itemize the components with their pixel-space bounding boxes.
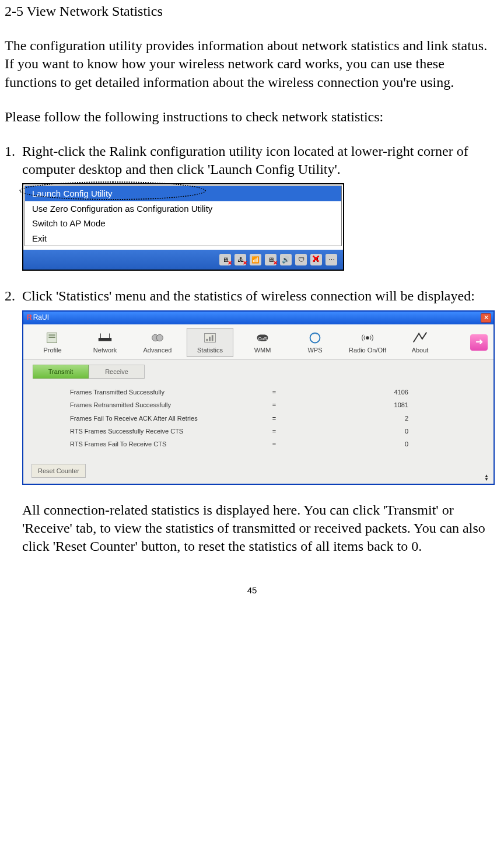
tray-icon[interactable]: 🖧 bbox=[235, 254, 246, 265]
toolbar-label: WPS bbox=[307, 346, 322, 354]
svg-text:QoS: QoS bbox=[258, 335, 267, 341]
toolbar-next-arrow[interactable]: ➜ bbox=[470, 334, 488, 351]
screenshot-statistics-window: RRaUI ✕ Profile Network Advanced Statist… bbox=[22, 310, 499, 485]
scroll-carets-icon[interactable]: ▲▼ bbox=[484, 474, 489, 481]
toolbar-label: Advanced bbox=[144, 346, 172, 354]
toolbar: Profile Network Advanced Statistics QoS … bbox=[23, 324, 494, 360]
svg-point-7 bbox=[156, 334, 163, 341]
stat-label: Frames Transmitted Successfully bbox=[70, 388, 245, 396]
equals-sign: = bbox=[245, 427, 303, 435]
intro-paragraph: The configuration utility provides infor… bbox=[5, 37, 499, 92]
close-button[interactable]: ✕ bbox=[481, 313, 491, 323]
step-1: 1. Right-click the Ralink configuration … bbox=[5, 142, 499, 179]
tray-icon[interactable]: 🖥 bbox=[219, 254, 231, 265]
equals-sign: = bbox=[245, 388, 303, 396]
toolbar-advanced[interactable]: Advanced bbox=[134, 328, 181, 357]
tray-icon[interactable]: ⋯ bbox=[326, 254, 337, 265]
stat-value: 2 bbox=[303, 414, 408, 422]
toolbar-label: Radio On/Off bbox=[349, 346, 386, 354]
svg-point-15 bbox=[366, 336, 369, 340]
table-row: RTS Frames Fail To Receive CTS = 0 bbox=[70, 438, 470, 450]
tray-icon[interactable]: 🛡 bbox=[295, 254, 307, 265]
step-2: 2. Click 'Statistics' menu and the stati… bbox=[5, 287, 499, 305]
stat-label: RTS Frames Successfully Receive CTS bbox=[70, 427, 245, 435]
svg-rect-10 bbox=[209, 337, 211, 341]
table-row: RTS Frames Successfully Receive CTS = 0 bbox=[70, 425, 470, 438]
toolbar-radio[interactable]: Radio On/Off bbox=[344, 328, 391, 357]
toolbar-label: About bbox=[412, 346, 429, 354]
window-title: RRaUI bbox=[27, 313, 49, 323]
radio-icon bbox=[359, 331, 376, 345]
tray-icon[interactable]: 🖥 bbox=[265, 254, 276, 265]
stat-value: 0 bbox=[303, 440, 408, 448]
tray-icon[interactable]: 🔊 bbox=[280, 254, 292, 265]
tray-icon[interactable]: 📶 bbox=[250, 254, 261, 265]
equals-sign: = bbox=[245, 440, 303, 448]
toolbar-label: Profile bbox=[43, 346, 61, 354]
advanced-icon bbox=[149, 331, 166, 345]
toolbar-statistics[interactable]: Statistics bbox=[187, 328, 233, 357]
table-row: Frames Retransmitted Successfully = 1081 bbox=[70, 398, 470, 411]
svg-rect-1 bbox=[48, 334, 55, 335]
statistics-icon bbox=[201, 331, 219, 345]
page-number: 45 bbox=[5, 585, 499, 596]
equals-sign: = bbox=[245, 401, 303, 409]
wmm-icon: QoS bbox=[254, 331, 271, 345]
subtab-transmit[interactable]: Transmit bbox=[33, 365, 89, 379]
system-tray: 🖥 🖧 📶 🖥 🔊 🛡 R✕ ⋯ bbox=[23, 250, 343, 270]
toolbar-about[interactable]: About bbox=[397, 328, 443, 357]
svg-rect-9 bbox=[206, 338, 208, 341]
network-icon bbox=[96, 331, 114, 345]
svg-rect-11 bbox=[212, 335, 214, 341]
menu-item-exit[interactable]: Exit bbox=[25, 231, 341, 246]
window-titlebar: RRaUI ✕ bbox=[23, 312, 494, 324]
stat-value: 4106 bbox=[303, 388, 408, 396]
profile-icon bbox=[44, 331, 61, 345]
step-2-number: 2. bbox=[5, 287, 22, 305]
table-row: Frames Transmitted Successfully = 4106 bbox=[70, 386, 470, 398]
stat-label: Frames Fail To Receive ACK After All Ret… bbox=[70, 414, 245, 422]
instructions-lead: Please follow the following instructions… bbox=[5, 108, 499, 126]
subtab-receive[interactable]: Receive bbox=[89, 365, 145, 379]
toolbar-wmm[interactable]: QoS WMM bbox=[239, 328, 286, 357]
menu-item-zero-config[interactable]: Use Zero Configuration as Configuration … bbox=[25, 201, 341, 216]
section-heading: 2-5 View Network Statistics bbox=[5, 2, 499, 20]
table-row: Frames Fail To Receive ACK After All Ret… bbox=[70, 412, 470, 425]
step-1-text: Right-click the Ralink configuration uti… bbox=[22, 142, 499, 179]
stat-value: 0 bbox=[303, 427, 408, 435]
svg-rect-3 bbox=[99, 338, 112, 341]
tray-icon-ralink[interactable]: R✕ bbox=[310, 254, 322, 265]
toolbar-profile[interactable]: Profile bbox=[29, 328, 76, 357]
wps-icon bbox=[306, 331, 324, 345]
toolbar-label: Network bbox=[93, 346, 117, 354]
after-paragraph: All connection-related statistics is dis… bbox=[5, 501, 499, 556]
svg-point-14 bbox=[310, 333, 320, 342]
context-menu: Launch Config Utility Use Zero Configura… bbox=[24, 186, 342, 246]
menu-item-label: Launch Config Utility bbox=[32, 188, 113, 198]
step-2-text: Click 'Statistics' menu and the statisti… bbox=[22, 287, 499, 305]
toolbar-label: WMM bbox=[254, 346, 271, 354]
equals-sign: = bbox=[245, 414, 303, 422]
menu-item-ap-mode[interactable]: Switch to AP Mode bbox=[25, 216, 341, 231]
screenshot-context-menu: Launch Config Utility Use Zero Configura… bbox=[22, 183, 499, 271]
toolbar-label: Statistics bbox=[197, 346, 223, 354]
about-icon bbox=[411, 331, 429, 345]
toolbar-wps[interactable]: WPS bbox=[292, 328, 338, 357]
statistics-table: Frames Transmitted Successfully = 4106 F… bbox=[23, 381, 494, 453]
stat-label: Frames Retransmitted Successfully bbox=[70, 401, 245, 409]
subtabs: TransmitReceive bbox=[23, 360, 494, 381]
svg-rect-2 bbox=[48, 337, 55, 338]
step-1-number: 1. bbox=[5, 142, 22, 179]
stat-label: RTS Frames Fail To Receive CTS bbox=[70, 440, 245, 448]
menu-item-launch[interactable]: Launch Config Utility bbox=[25, 186, 341, 201]
toolbar-network[interactable]: Network bbox=[82, 328, 128, 357]
stat-value: 1081 bbox=[303, 401, 408, 409]
reset-counter-button[interactable]: Reset Counter bbox=[32, 464, 86, 478]
